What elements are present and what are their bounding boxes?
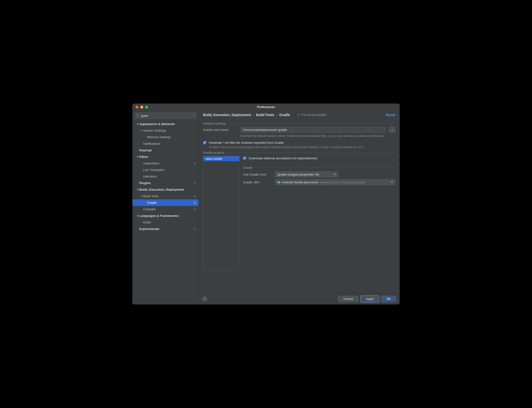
gradle-jdk-version: version 11.0.11 /Library/Java/Ja [320,180,364,184]
zoom-window-button[interactable] [145,106,148,109]
svg-rect-14 [297,114,299,115]
svg-line-1 [139,116,140,117]
close-window-button[interactable] [135,106,138,109]
download-annotations-checkbox[interactable] [243,156,246,160]
tree-compiler[interactable]: Compiler [133,206,198,212]
gradle-jdk-value: Android Studio java home [282,180,318,184]
generate-iml-hint: Enable if you have a mixed project with … [209,145,395,149]
tree-inspections[interactable]: Inspections [133,160,198,167]
crumb-bed[interactable]: Build, Execution, Deployment [203,113,251,117]
svg-rect-6 [194,195,195,196]
svg-rect-2 [194,162,195,163]
project-scope-icon [193,162,196,165]
project-scope-icon [193,208,196,211]
reset-link[interactable]: Reset [386,113,395,117]
section-general-title: General settings [203,122,226,125]
section-gradle-title: Gradle [243,166,252,170]
tree-build-tools[interactable]: ▾Build Tools [133,193,198,199]
main-panel: Build, Execution, Deployment › Build Too… [199,110,399,304]
gradle-user-home-hint: Override the default location where Grad… [240,134,395,138]
ok-button[interactable]: OK [381,296,396,302]
window-controls [133,106,148,109]
generate-iml-label[interactable]: Generate *.iml files for modules importe… [209,141,284,144]
use-gradle-from-label: Use Gradle from: [243,173,272,176]
svg-rect-8 [194,202,195,203]
use-gradle-from-value: 'gradle-wrapper.properties' file [277,173,319,176]
svg-rect-3 [195,163,196,164]
search-input[interactable] [140,114,193,118]
gradle-user-home-input[interactable] [240,127,385,133]
crumb-gradle: Gradle [279,113,290,117]
crumb-build-tools[interactable]: Build Tools [256,113,274,117]
tree-languages-frameworks[interactable]: ▾Languages & Frameworks [133,212,198,219]
svg-rect-4 [194,182,195,183]
project-scope-icon [193,181,196,185]
project-scope-icon [193,227,196,231]
project-scope-icon [193,201,196,204]
search-field[interactable]: × [134,112,196,119]
cancel-button[interactable]: Cancel [338,296,358,302]
svg-rect-11 [195,209,196,210]
preferences-window: Preferences × ▾Appearance & Behavior ▾Sy… [132,103,400,305]
svg-rect-5 [195,183,196,184]
generate-iml-checkbox[interactable] [203,141,206,144]
tree-memory-settings[interactable]: Memory Settings [133,134,198,140]
window-title: Preferences [133,105,399,109]
folder-icon [277,180,281,184]
chevron-right-icon: › [276,113,277,117]
help-button[interactable]: ? [202,296,207,302]
svg-point-0 [137,114,139,117]
sidebar: × ▾Appearance & Behavior ▾System Setting… [133,110,199,304]
project-scope-icon [193,195,196,198]
gradle-user-home-label: Gradle user home: [203,128,237,132]
browse-button[interactable]: … [389,127,395,133]
svg-rect-15 [298,115,300,116]
clear-search-button[interactable]: × [193,114,195,118]
minimize-window-button[interactable] [140,106,143,109]
gradle-jdk-dropdown[interactable]: Android Studio java home version 11.0.11… [275,179,395,185]
tree-build-execution-deployment[interactable]: ▾Build, Execution, Deployment [133,186,198,193]
gradle-projects-list[interactable]: veka-mobile [203,156,239,270]
settings-tree[interactable]: ▾Appearance & Behavior ▾System Settings … [133,120,198,304]
section-projects-title: Gradle projects [203,151,224,154]
tree-editor[interactable]: ▾Editor [133,153,198,160]
use-gradle-from-dropdown[interactable]: 'gradle-wrapper.properties' file [275,171,338,177]
tree-system-settings[interactable]: ▾System Settings [133,127,198,134]
tree-intentions[interactable]: Intentions [133,173,198,180]
dialog-footer: ? Cancel Apply OK [199,293,399,304]
chevron-right-icon: › [253,113,254,117]
tree-experimental[interactable]: Experimental [133,226,198,232]
svg-rect-9 [195,203,196,204]
svg-rect-13 [195,229,196,230]
search-icon [136,114,140,117]
svg-rect-12 [194,228,195,229]
svg-rect-10 [194,208,195,209]
breadcrumb: Build, Execution, Deployment › Build Too… [199,110,399,119]
tree-kotlin[interactable]: Kotlin [133,219,198,226]
titlebar: Preferences [133,104,399,110]
project-scope-icon [297,113,300,117]
svg-rect-7 [195,196,196,197]
tree-notifications[interactable]: Notifications [133,140,198,147]
scope-label: For current project [302,113,327,117]
tree-keymap[interactable]: Keymap [133,147,198,153]
tree-gradle[interactable]: Gradle [133,199,198,206]
gradle-jdk-label: Gradle JDK: [243,180,272,184]
scope-indicator: For current project [297,113,327,117]
apply-button[interactable]: Apply [361,296,379,302]
gradle-project-item[interactable]: veka-mobile [203,156,239,161]
tree-live-templates[interactable]: Live Templates [133,167,198,173]
tree-plugins[interactable]: Plugins [133,180,198,186]
tree-appearance-behavior[interactable]: ▾Appearance & Behavior [133,121,198,127]
download-annotations-label[interactable]: Download external annotations for depend… [249,156,317,160]
